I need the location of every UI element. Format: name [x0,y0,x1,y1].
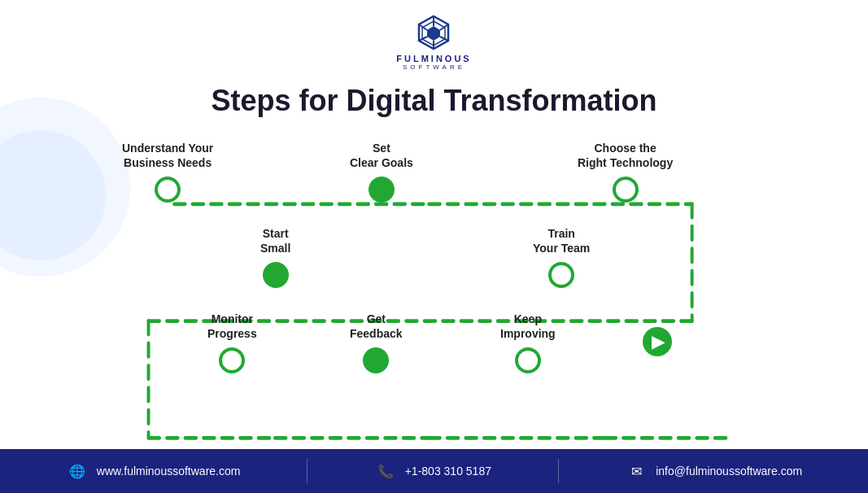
step1-circle [155,177,181,203]
step5-circle [548,262,574,288]
step1-label: Understand YourBusiness Needs [122,141,213,170]
phone-text: +1-803 310 5187 [405,465,491,478]
step7-label: GetFeedback [350,312,403,341]
step4-circle [263,262,289,288]
page-title: Steps for Digital Transformation [211,84,656,118]
step5-label: TrainYour Team [533,226,590,255]
logo-subname: SOFTWARE [403,63,465,71]
step2-label: SetClear Goals [350,141,413,170]
footer-divider-1 [307,459,308,483]
step4-label: StartSmall [260,226,290,255]
main-container: FULMINOUS SOFTWARE Steps for Digital Tra… [0,0,868,493]
step7-circle [363,347,389,373]
logo-area: FULMINOUS SOFTWARE [396,15,471,71]
arrow-end: ▶ [643,327,672,356]
step6-label: MonitorProgress [207,312,257,341]
step-improve: KeepImproving [500,312,556,373]
header: FULMINOUS SOFTWARE Steps for Digital Tra… [0,0,868,118]
footer-phone: 📞 +1-803 310 5187 [374,460,491,482]
step-train: TrainYour Team [533,226,590,288]
step-technology: Choose theRight Technology [578,141,673,203]
step6-circle [219,347,245,373]
phone-icon: 📞 [374,460,397,482]
step-feedback: GetFeedback [350,312,403,373]
footer-website: 🌐 www.fulminoussoftware.com [66,460,241,482]
footer-divider-2 [558,459,559,483]
step3-circle [613,177,639,203]
step8-circle [515,347,541,373]
globe-icon: 🌐 [66,460,89,482]
email-icon: ✉ [625,460,648,482]
step-start-small: StartSmall [260,226,290,288]
logo-icon [416,15,451,50]
step-understand: Understand YourBusiness Needs [122,141,213,203]
step2-circle [369,177,395,203]
step-goals: SetClear Goals [350,141,413,203]
step8-label: KeepImproving [500,312,556,341]
footer-email: ✉ info@fulminoussoftware.com [625,460,802,482]
email-text: info@fulminoussoftware.com [656,465,802,478]
website-text: www.fulminoussoftware.com [97,465,241,478]
footer: 🌐 www.fulminoussoftware.com 📞 +1-803 310… [0,449,868,493]
step3-label: Choose theRight Technology [578,141,673,170]
logo-name: FULMINOUS [396,54,471,63]
diagram-area: .dline { fill: none; stroke: #22a832; st… [0,126,868,449]
svg-marker-2 [427,26,440,41]
step-monitor: MonitorProgress [207,312,257,373]
